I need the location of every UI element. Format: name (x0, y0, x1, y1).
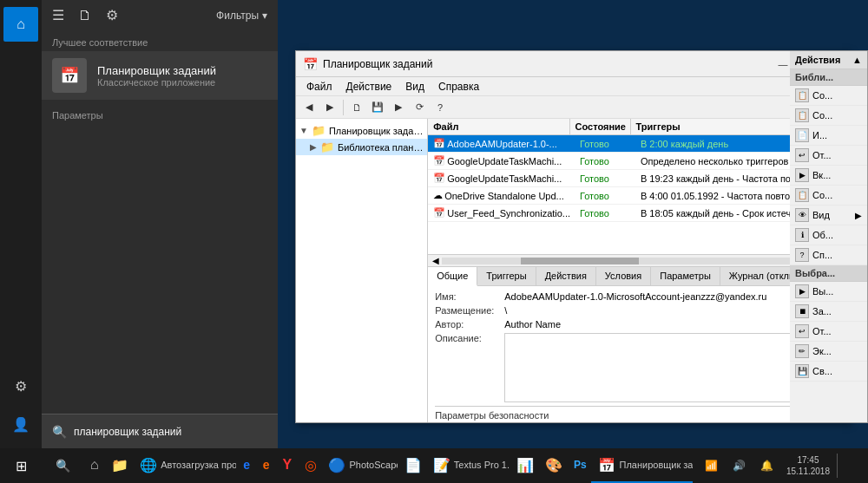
tab-triggers[interactable]: Триггеры (477, 267, 536, 285)
sidebar-user-icon[interactable]: 👤 (3, 407, 38, 441)
taskbar-item-autoload[interactable]: 🌐 Автозагрузка про... (133, 448, 236, 483)
h-scroll-track[interactable] (442, 258, 836, 264)
detail-tabs: Общие Триггеры Действия Условия Параметр… (428, 267, 850, 286)
h-scroll-thumb[interactable] (521, 258, 639, 264)
action-ob[interactable]: ℹ Об... (790, 225, 867, 245)
table-row[interactable]: 📅 GoogleUpdateTaskMachi... Готово В 19:2… (428, 170, 850, 187)
tray-notification-icon[interactable]: 🔔 (755, 454, 779, 478)
tree-arrow: ▼ (299, 126, 308, 135)
action-sv[interactable]: 💾 Св... (790, 362, 867, 382)
taskbar-item-textus[interactable]: 📝 Textus Pro 1.0 (426, 448, 510, 483)
filter-button[interactable]: Фильтры ▾ (216, 10, 267, 22)
task-icon: 📅 (433, 138, 445, 149)
action-ob-icon: ℹ (795, 228, 809, 242)
toolbar-forward[interactable]: ▶ (320, 99, 339, 116)
sidebar-home-icon[interactable]: ⌂ (3, 7, 38, 42)
actions-header-label: Действия (795, 55, 840, 65)
menu-action[interactable]: Действие (339, 79, 399, 95)
task-name-cell: 📅 User_Feed_Synchronizatio... (428, 205, 575, 221)
actions-scroll-up[interactable]: ▲ (852, 55, 862, 65)
action-sp[interactable]: ? Сп... (790, 245, 867, 265)
action-ob-label: Об... (812, 230, 833, 240)
taskbar-item-opera[interactable]: ◎ (298, 448, 322, 483)
action-vid-label: Вид (812, 210, 830, 220)
table-row[interactable]: 📅 AdobeAAMUpdater-1.0-... Готово В 2:00 … (428, 135, 850, 153)
actions-section-bibl: Библи... (790, 69, 867, 86)
start-button[interactable]: ⊞ (0, 448, 42, 483)
taskbar-taskscheduler-icon: 📅 (598, 457, 615, 473)
tray-network-icon[interactable]: 📶 (700, 454, 724, 478)
toolbar-save[interactable]: 💾 (368, 99, 387, 116)
tree-root[interactable]: ▼ 📁 Планировщик задани (Л... (296, 122, 427, 139)
taskbar-item-ie2[interactable]: e (256, 448, 276, 483)
taskbar-item-ie1[interactable]: e (236, 448, 256, 483)
action-ot[interactable]: ↩ От... (790, 146, 867, 166)
action-co3[interactable]: 📋 Co... (790, 186, 867, 206)
tray-show-desktop[interactable] (837, 454, 861, 478)
menu-file[interactable]: Файл (299, 79, 339, 95)
h-scroll-left[interactable]: ◀ (430, 256, 442, 265)
action-ot2-label: От... (812, 326, 832, 336)
h-scrollbar[interactable]: ◀ ▶ (428, 254, 850, 266)
tree-library-label: Библиотека планиро... (338, 142, 424, 153)
toolbar-refresh[interactable]: ⟳ (410, 99, 429, 116)
taskbar-search-icon: 🔍 (56, 459, 70, 473)
sidebar-settings-icon[interactable]: ⚙ (3, 369, 38, 403)
taskbar-tray: 📶 🔊 🔔 17:45 15.11.2018 (693, 448, 868, 483)
tray-clock[interactable]: 17:45 15.11.2018 (783, 454, 833, 477)
toolbar-run[interactable]: ▶ (389, 99, 408, 116)
taskbar-search-button[interactable]: 🔍 (42, 448, 83, 483)
menu-help[interactable]: Справка (431, 79, 486, 95)
toolbar-new[interactable]: 🗋 (347, 99, 366, 116)
action-vid-inner: 👁 Вид (795, 208, 830, 222)
tab-actions[interactable]: Действия (536, 267, 596, 285)
new-doc-icon[interactable]: 🗋 (78, 8, 92, 23)
action-vid-icon: 👁 (795, 208, 809, 222)
tab-general[interactable]: Общие (428, 267, 477, 286)
taskbar-item-chart[interactable]: 📊 (510, 448, 538, 483)
action-ot-label: От... (812, 150, 832, 160)
taskbar-item-photoshop[interactable]: Ps (567, 448, 591, 483)
taskbar-item-photoscape[interactable]: 🔵 PhotoScape (321, 448, 397, 483)
taskbar-photoshop-icon: Ps (574, 459, 587, 471)
table-row[interactable]: 📅 GoogleUpdateTaskMachi... Готово Опреде… (428, 153, 850, 170)
app-result[interactable]: 📅 Планировщик заданий Классическое прило… (42, 51, 278, 100)
window-titlebar: 📅 Планировщик заданий — □ ✕ (296, 51, 850, 77)
col-header-name[interactable]: Файл (428, 119, 569, 134)
window-menubar: Файл Действие Вид Справка (296, 77, 850, 96)
action-co1[interactable]: 📋 Co... (790, 86, 867, 106)
toolbar-help[interactable]: ? (431, 99, 450, 116)
action-co1-label: Co... (812, 90, 832, 101)
action-za[interactable]: ⏹ За... (790, 302, 867, 322)
detail-author-row: Автор: Author Name (435, 319, 843, 330)
settings-button[interactable]: ⚙ (106, 7, 118, 23)
action-ot2[interactable]: ↩ От... (790, 322, 867, 342)
hamburger-button[interactable]: ☰ (52, 7, 64, 23)
action-vy[interactable]: ▶ Вы... (790, 282, 867, 302)
tree-library[interactable]: ▶ 📁 Библиотека планиро... (296, 139, 427, 155)
search-input[interactable] (74, 426, 267, 438)
action-za-label: За... (812, 306, 832, 317)
tray-volume-icon[interactable]: 🔊 (727, 454, 752, 478)
window-main-content: ▼ 📁 Планировщик задани (Л... ▶ 📁 Библиот… (296, 119, 850, 422)
taskbar-item-paint[interactable]: 🎨 (538, 448, 567, 483)
taskbar-item-taskscheduler[interactable]: 📅 Планировщик за... (591, 448, 692, 483)
action-ek[interactable]: ✏ Эк... (790, 342, 867, 362)
table-row[interactable]: ☁ OneDrive Standalone Upd... Готово В 4:… (428, 187, 850, 205)
action-co2[interactable]: 📋 Co... (790, 106, 867, 126)
taskbar-item-doc[interactable]: 📄 (398, 448, 426, 483)
action-vk[interactable]: ▶ Вк... (790, 166, 867, 186)
menu-view[interactable]: Вид (398, 79, 431, 95)
col-header-status[interactable]: Состояние (570, 119, 631, 134)
tab-conditions[interactable]: Условия (596, 267, 651, 285)
taskbar-item-yandex[interactable]: Y (275, 448, 297, 483)
action-i[interactable]: 📄 И... (790, 126, 867, 146)
taskbar-item-explorer[interactable]: 📁 (104, 448, 133, 483)
taskbar-item-home[interactable]: ⌂ (83, 448, 104, 483)
tab-parameters[interactable]: Параметры (651, 267, 720, 285)
action-vid[interactable]: 👁 Вид ▶ (790, 206, 867, 225)
toolbar-back[interactable]: ◀ (299, 99, 319, 116)
taskbar-home-icon: ⌂ (90, 457, 99, 473)
table-row[interactable]: 📅 User_Feed_Synchronizatio... Готово В 1… (428, 205, 850, 222)
task-list-body[interactable]: 📅 AdobeAAMUpdater-1.0-... Готово В 2:00 … (428, 135, 850, 254)
